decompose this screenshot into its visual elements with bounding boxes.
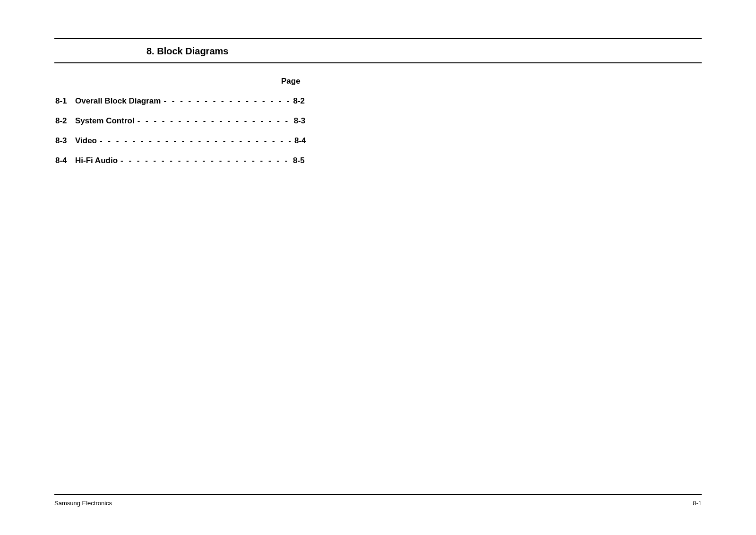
toc-entry-leader: - - - - - - - - - - - - - - - - - - - - … (135, 116, 290, 126)
toc-entry-leader: - - - - - - - - - - - - - - - - - - - - … (97, 136, 291, 146)
page-footer: Samsung Electronics 8-1 (54, 494, 702, 507)
footer-page-number: 8-1 (693, 500, 702, 507)
toc-entry: 8-1 Overall Block Diagram - - - - - - - … (55, 96, 702, 106)
toc-entry: 8-3 Video - - - - - - - - - - - - - - - … (55, 136, 702, 146)
toc-entry-num: 8-1 (55, 96, 75, 106)
toc-entry-num: 8-2 (55, 116, 75, 126)
toc-entry-page: 8-3 (294, 116, 317, 126)
toc-entry-num: 8-4 (55, 156, 75, 165)
chapter-title: 8. Block Diagrams (146, 46, 702, 57)
toc-entry-page: 8-2 (293, 96, 316, 106)
toc-entry-title: System Control (75, 116, 135, 126)
toc-entry-num: 8-3 (55, 136, 75, 146)
toc-entry-title: Hi-Fi Audio (75, 156, 118, 165)
footer-company: Samsung Electronics (54, 500, 112, 507)
page-container: 8. Block Diagrams Page 8-1 Overall Block… (0, 0, 756, 535)
toc-entry-page: 8-5 (293, 156, 316, 165)
table-of-contents: Page 8-1 Overall Block Diagram - - - - -… (55, 77, 702, 176)
toc-page-label: Page (281, 77, 702, 86)
top-rule (54, 38, 702, 39)
toc-entry-leader: - - - - - - - - - - - - - - - - - - - - … (118, 156, 289, 165)
toc-entry-title: Overall Block Diagram (75, 96, 161, 106)
toc-entry-title: Video (75, 136, 97, 146)
toc-entry: 8-4 Hi-Fi Audio - - - - - - - - - - - - … (55, 156, 702, 165)
toc-entry-page: 8-4 (294, 136, 317, 146)
toc-entry: 8-2 System Control - - - - - - - - - - -… (55, 116, 702, 126)
toc-entry-leader: - - - - - - - - - - - - - - - - - - - - … (161, 96, 289, 106)
chapter-header: 8. Block Diagrams (54, 43, 702, 63)
